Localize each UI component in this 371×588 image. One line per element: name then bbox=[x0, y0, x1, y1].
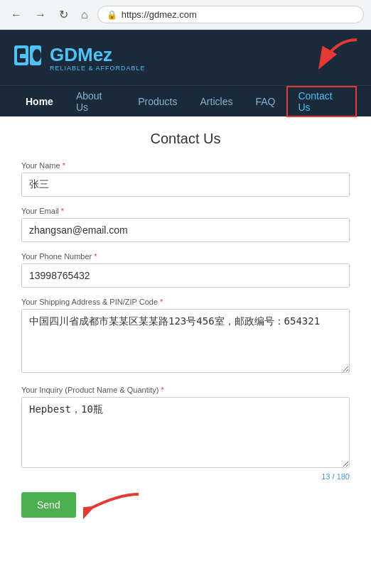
site-nav: Home About Us Products Articles FAQ Cont… bbox=[0, 85, 371, 116]
svg-rect-2 bbox=[20, 54, 26, 58]
forward-button[interactable]: → bbox=[31, 7, 50, 23]
nav-faq[interactable]: FAQ bbox=[244, 86, 286, 117]
logo-name: GDMez bbox=[50, 44, 146, 66]
nav-contact-us[interactable]: Contact Us bbox=[286, 86, 357, 117]
inquiry-label: Your Inquiry (Product Name & Quantity) * bbox=[21, 386, 350, 394]
page-title: Contact Us bbox=[21, 131, 350, 147]
home-button[interactable]: ⌂ bbox=[77, 7, 92, 23]
phone-field-group: Your Phone Number * bbox=[21, 252, 350, 288]
red-arrow-header bbox=[314, 36, 364, 75]
svg-point-4 bbox=[33, 49, 41, 62]
send-row: Send bbox=[21, 491, 350, 519]
nav-about-us[interactable]: About Us bbox=[65, 86, 127, 117]
phone-label: Your Phone Number * bbox=[21, 252, 350, 261]
logo-area: GDMez RELIABLE & AFFORDABLE bbox=[14, 44, 146, 72]
reload-button[interactable]: ↻ bbox=[55, 6, 72, 23]
back-button[interactable]: ← bbox=[7, 7, 26, 23]
email-field-group: Your Email * bbox=[21, 207, 350, 242]
url-text: https://gdmez.com bbox=[122, 9, 197, 20]
char-count: 13 / 180 bbox=[21, 472, 350, 481]
logo-gd: GD bbox=[50, 44, 77, 65]
header-arrow-container bbox=[314, 40, 357, 75]
address-textarea[interactable]: 中国四川省成都市某某区某某路123号456室，邮政编号：654321 bbox=[21, 309, 350, 373]
address-field-group: Your Shipping Address & PIN/ZIP Code * 中… bbox=[21, 298, 350, 376]
send-button[interactable]: Send bbox=[21, 492, 76, 518]
email-label: Your Email * bbox=[21, 207, 350, 215]
phone-input[interactable] bbox=[21, 263, 350, 288]
name-label: Your Name * bbox=[21, 161, 350, 170]
browser-chrome: ← → ↻ ⌂ 🔒 https://gdmez.com bbox=[0, 0, 371, 30]
logo-text-block: GDMez RELIABLE & AFFORDABLE bbox=[50, 44, 146, 72]
nav-products[interactable]: Products bbox=[127, 86, 188, 117]
nav-articles[interactable]: Articles bbox=[189, 86, 244, 117]
logo-tagline: RELIABLE & AFFORDABLE bbox=[50, 65, 146, 72]
site-header: GDMez RELIABLE & AFFORDABLE bbox=[0, 30, 371, 85]
name-field-group: Your Name * bbox=[21, 161, 350, 197]
page-content: Contact Us Your Name * Your Email * Your… bbox=[0, 116, 371, 540]
lock-icon: 🔒 bbox=[107, 10, 117, 20]
name-input[interactable] bbox=[21, 173, 350, 197]
red-arrow-send bbox=[83, 491, 140, 519]
address-bar[interactable]: 🔒 https://gdmez.com bbox=[97, 6, 364, 23]
nav-home[interactable]: Home bbox=[14, 86, 65, 117]
logo-mez: Mez bbox=[77, 44, 112, 65]
inquiry-field-group: Your Inquiry (Product Name & Quantity) *… bbox=[21, 386, 350, 481]
inquiry-textarea[interactable]: Hepbest，10瓶 bbox=[21, 397, 350, 468]
email-input[interactable] bbox=[21, 218, 350, 242]
logo-icon bbox=[14, 44, 44, 71]
address-label: Your Shipping Address & PIN/ZIP Code * bbox=[21, 298, 350, 306]
